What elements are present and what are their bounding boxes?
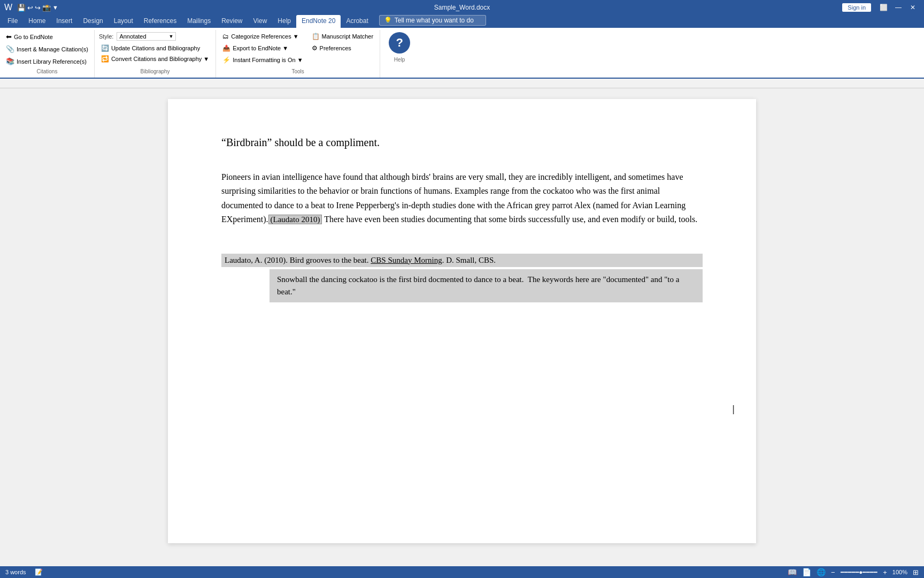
tab-design[interactable]: Design bbox=[78, 15, 108, 28]
convert-icon: 🔁 bbox=[101, 55, 109, 63]
instant-formatting-button[interactable]: ⚡ Instant Formatting is On ▼ bbox=[220, 55, 305, 65]
tab-view[interactable]: View bbox=[248, 15, 273, 28]
document-page: “Birdbrain” should be a compliment. Pion… bbox=[168, 99, 756, 543]
screenshot-icon[interactable]: 📸 bbox=[42, 4, 51, 12]
window-minimize-icon[interactable]: — bbox=[892, 3, 905, 12]
categorize-icon: 🗂 bbox=[222, 33, 229, 40]
bibliography-section: Laudato, A. (2010). Bird grooves to the … bbox=[221, 254, 703, 303]
read-mode-button[interactable]: 📖 bbox=[788, 568, 797, 576]
tab-acrobat[interactable]: Acrobat bbox=[341, 15, 373, 28]
zoom-slider[interactable]: ━━━━━●━━━━ bbox=[841, 569, 878, 576]
bibliography-note: Snowball the dancing cockatoo is the fir… bbox=[270, 269, 703, 303]
title-bar-filename: Sample_Word.docx bbox=[434, 4, 490, 11]
style-value: Annotated bbox=[119, 33, 167, 40]
journal-title: CBS Sunday Morning bbox=[371, 256, 442, 264]
save-icon[interactable]: 💾 bbox=[17, 4, 26, 12]
tab-review[interactable]: Review bbox=[216, 15, 248, 28]
export-endnote-button[interactable]: 📤 Export to EndNote ▼ bbox=[220, 43, 305, 54]
tell-me-box[interactable]: 💡 Tell me what you want to do bbox=[379, 15, 486, 26]
help-button[interactable]: ? bbox=[389, 32, 410, 54]
style-label: Style: bbox=[99, 33, 114, 40]
word-count: 3 words bbox=[5, 569, 26, 575]
citations-group: ⬅ Go to EndNote 📎 Insert & Manage Citati… bbox=[0, 30, 95, 78]
zoom-out-button[interactable]: − bbox=[831, 568, 835, 576]
convert-citations-button[interactable]: 🔁 Convert Citations and Bibliography ▼ bbox=[99, 54, 211, 64]
go-to-endnote-button[interactable]: ⬅ Go to EndNote bbox=[3, 31, 91, 42]
lightbulb-icon: 💡 bbox=[384, 17, 392, 24]
horizontal-ruler bbox=[0, 79, 924, 88]
citations-group-label: Citations bbox=[3, 69, 91, 77]
web-layout-button[interactable]: 🌐 bbox=[817, 568, 826, 576]
ribbon-tabs: File Home Insert Design Layout Reference… bbox=[0, 15, 924, 28]
update-icon: 🔄 bbox=[101, 44, 109, 52]
quick-access-toolbar: W 💾 ↩ ↪ 📸 ▼ bbox=[4, 3, 58, 12]
word-icon: W bbox=[4, 3, 12, 12]
insert-citation-icon: 📎 bbox=[6, 45, 14, 53]
tell-me-label: Tell me what you want to do bbox=[395, 17, 474, 24]
insert-citations-button[interactable]: 📎 Insert & Manage Citation(s) bbox=[3, 43, 91, 55]
preferences-icon: ⚙ bbox=[312, 44, 318, 52]
document-title: “Birdbrain” should be a compliment. bbox=[221, 136, 703, 149]
tab-layout[interactable]: Layout bbox=[109, 15, 138, 28]
style-dropdown[interactable]: Annotated ▼ bbox=[117, 32, 176, 41]
tab-file[interactable]: File bbox=[2, 15, 23, 28]
preferences-button[interactable]: ⚙ Preferences bbox=[310, 43, 376, 54]
window-restore-icon[interactable]: ⬜ bbox=[876, 3, 891, 12]
tools-group-label: Tools bbox=[220, 69, 375, 77]
style-dropdown-arrow: ▼ bbox=[168, 34, 173, 39]
categorize-references-button[interactable]: 🗂 Categorize References ▼ bbox=[220, 31, 305, 42]
bibliography-entry-1: Laudato, A. (2010). Bird grooves to the … bbox=[221, 254, 703, 267]
tools-group: 🗂 Categorize References ▼ 📤 Export to En… bbox=[216, 30, 380, 78]
endnote-arrow-icon: ⬅ bbox=[6, 33, 12, 41]
ribbon-content: ⬅ Go to EndNote 📎 Insert & Manage Citati… bbox=[0, 28, 924, 79]
tab-mailings[interactable]: Mailings bbox=[182, 15, 216, 28]
bibliography-group: Style: Annotated ▼ 🔄 Update Citations an… bbox=[95, 30, 216, 78]
print-layout-button[interactable]: 📄 bbox=[802, 568, 811, 576]
update-citations-button[interactable]: 🔄 Update Citations and Bibliography bbox=[99, 43, 211, 54]
tab-references[interactable]: References bbox=[138, 15, 182, 28]
export-icon: 📤 bbox=[222, 44, 230, 52]
document-paragraph: Pioneers in avian intelligence have foun… bbox=[221, 170, 703, 227]
zoom-level: 100% bbox=[892, 569, 907, 575]
citation-inline: (Laudato 2010) bbox=[268, 215, 322, 224]
manuscript-matcher-button[interactable]: 📋 Manuscript Matcher bbox=[310, 31, 376, 42]
bibliography-group-label: Bibliography bbox=[99, 69, 211, 77]
tab-home[interactable]: Home bbox=[23, 15, 51, 28]
customize-icon[interactable]: ▼ bbox=[52, 4, 58, 11]
help-label: Help bbox=[394, 57, 405, 63]
manuscript-icon: 📋 bbox=[312, 33, 320, 40]
sign-in-button[interactable]: Sign in bbox=[842, 3, 871, 12]
help-group: ? Help bbox=[380, 30, 419, 78]
instant-format-icon: ⚡ bbox=[222, 56, 230, 64]
library-ref-icon: 📚 bbox=[6, 57, 14, 65]
status-bar: 3 words 📝 📖 📄 🌐 − ━━━━━●━━━━ + 100% ⊞ bbox=[0, 566, 924, 578]
tab-help[interactable]: Help bbox=[272, 15, 296, 28]
proofing-icon[interactable]: 📝 bbox=[35, 568, 43, 576]
document-area: “Birdbrain” should be a compliment. Pion… bbox=[0, 88, 924, 554]
title-bar-controls: Sign in ⬜ — ✕ bbox=[842, 3, 920, 12]
tab-endnote[interactable]: EndNote 20 bbox=[296, 15, 341, 28]
window-close-icon[interactable]: ✕ bbox=[906, 3, 920, 12]
zoom-in-button[interactable]: + bbox=[883, 568, 887, 576]
redo-icon[interactable]: ↪ bbox=[35, 4, 41, 12]
tab-insert[interactable]: Insert bbox=[51, 15, 78, 28]
undo-icon[interactable]: ↩ bbox=[27, 4, 33, 12]
insert-library-ref-button[interactable]: 📚 Insert Library Reference(s) bbox=[3, 56, 91, 67]
fit-page-button[interactable]: ⊞ bbox=[913, 568, 919, 576]
